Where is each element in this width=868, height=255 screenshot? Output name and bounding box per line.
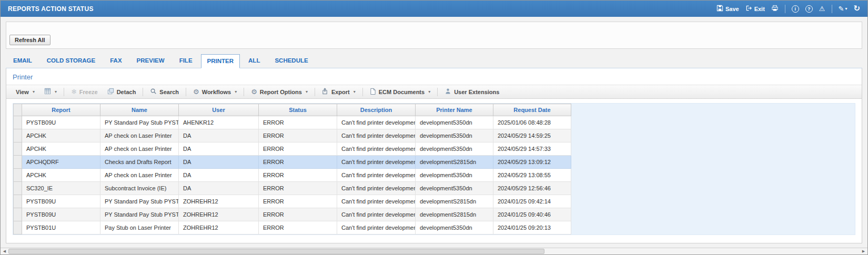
search-button[interactable]: Search [146,86,183,97]
report-options-menu-button[interactable]: ⚙ Report Options ▾ [247,87,312,97]
export-label: Export [331,89,350,95]
table-row[interactable]: PYSTB09U PY Standard Pay Stub PYSTB09 ZO… [14,195,571,208]
cell-name: AP check on Laser Printer [100,169,179,182]
scrollbar-track[interactable] [8,248,860,254]
titlebar-separator [785,5,785,13]
cell-user: ZOHREHR12 [179,208,259,221]
tab-schedule[interactable]: SCHEDULE [268,54,314,68]
info-button[interactable]: i [792,5,799,13]
cell-report: PYSTB01U [22,221,100,234]
cell-printer-name: developmentS2815dn [416,195,493,208]
table-row[interactable]: APCHK AP check on Laser Printer DA ERROR… [14,129,571,142]
user-extensions-button[interactable]: User Extensions [440,86,503,97]
save-icon [716,5,723,13]
print-button[interactable] [771,4,779,14]
cell-name: PY Standard Pay Stub PYSTB09 [100,195,179,208]
cell-user: DA [179,182,259,195]
save-button[interactable]: Save [716,5,739,13]
tab-printer[interactable]: PRINTER [201,54,240,68]
table-row[interactable]: PYSTB09U PY Standard Pay Stub PYSTB09 AH… [14,116,571,129]
row-selector[interactable] [14,156,22,169]
titlebar-actions: Save Exit i ? ⚠ [716,4,860,14]
warnings-button[interactable]: ⚠ [819,5,825,12]
cell-request-date: 2024/01/25 09:42:14 [493,195,571,208]
row-selector[interactable] [14,208,22,221]
export-icon [322,88,329,96]
column-header-request-date[interactable]: Request Date [493,104,571,116]
table-row[interactable]: APCHK AP check on Laser Printer DA ERROR… [14,169,571,182]
cell-status: ERROR [259,182,337,195]
print-icon [771,4,779,14]
refresh-layout-button[interactable]: ↻ [853,5,860,13]
user-icon [445,88,451,96]
column-header-description[interactable]: Description [337,104,416,116]
cell-request-date: 2024/05/29 13:09:12 [493,156,571,169]
cell-description: Can't find printer development53 [337,182,416,195]
cell-description: Can't find printer development53 [337,142,416,156]
table-header-row: Report Name User Status Description Prin… [14,104,571,116]
row-selector[interactable] [14,169,22,182]
table-row[interactable]: PYSTB09U PY Standard Pay Stub PYSTB09 ZO… [14,208,571,221]
cell-printer-name: development5350dn [416,182,493,195]
column-header-report[interactable]: Report [22,104,100,116]
tab-all[interactable]: ALL [242,54,266,68]
cell-report: PYSTB09U [22,116,100,129]
edit-menu-button[interactable]: ✎ ▾ [839,5,847,12]
row-selector[interactable] [14,116,22,129]
row-selector[interactable] [14,195,22,208]
scroll-left-arrow-icon[interactable]: ◀ [1,248,8,254]
section-title: Printer [6,68,862,85]
cell-printer-name: development5350dn [416,221,493,234]
row-selector[interactable] [14,221,22,234]
table-row[interactable]: APCHK AP check on Laser Printer DA ERROR… [14,142,571,156]
table-row[interactable]: SC320_IE Subcontract Invoice (IE) DA ERR… [14,182,571,195]
column-header-printer-name[interactable]: Printer Name [416,104,493,116]
cell-status: ERROR [259,129,337,142]
chevron-down-icon: ▾ [428,89,430,94]
cell-request-date: 2024/05/29 14:57:33 [493,142,571,156]
cell-user: ZOHREHR12 [179,221,259,234]
table-row[interactable]: APCHQDRF Checks and Drafts Report DA ERR… [14,156,571,169]
table-row[interactable]: PYSTB01U Pay Stub on Laser Printer ZOHRE… [14,221,571,234]
tab-file[interactable]: FILE [173,54,199,68]
tab-fax[interactable]: FAX [104,54,128,68]
scroll-right-arrow-icon[interactable]: ▶ [860,248,867,254]
help-button[interactable]: ? [805,5,813,13]
refresh-all-button[interactable]: Refresh All [9,35,51,45]
select-columns-button[interactable]: ▾ [40,86,61,97]
row-selector[interactable] [14,129,22,142]
export-menu-button[interactable]: Export ▾ [318,86,360,97]
column-header-user[interactable]: User [179,104,259,116]
exit-icon [745,5,752,13]
row-selector[interactable] [14,142,22,156]
cell-report: APCHK [22,142,100,156]
column-header-name[interactable]: Name [100,104,179,116]
tab-email[interactable]: EMAIL [7,54,38,68]
view-menu-label: View [16,89,29,95]
workflows-menu-button[interactable]: ⚙ Workflows ▾ [189,87,241,97]
column-header-status[interactable]: Status [259,104,337,116]
cell-description: Can't find printer development53 [337,221,416,234]
chevron-down-icon: ▾ [845,6,847,11]
page-title: REPORTS ACTION STATUS [8,5,94,13]
exit-button[interactable]: Exit [745,5,765,13]
detach-label: Detach [117,89,136,95]
row-selector[interactable] [14,182,22,195]
chevron-down-icon: ▾ [33,89,35,94]
cell-report: APCHK [22,129,100,142]
detach-button[interactable]: Detach [103,86,140,97]
ecm-documents-menu-button[interactable]: ECM Documents ▾ [366,86,435,97]
cell-request-date: 2024/01/25 09:20:13 [493,221,571,234]
edit-icon: ✎ [839,5,844,12]
ecm-documents-label: ECM Documents [379,89,425,95]
report-options-icon: ⚙ [251,88,257,95]
exit-label: Exit [754,6,765,12]
tab-cold-storage[interactable]: COLD STORAGE [41,54,102,68]
scrollbar-thumb[interactable] [8,249,544,254]
view-menu-button[interactable]: View ▾ [12,87,39,97]
cell-name: Checks and Drafts Report [100,156,179,169]
table-body: PYSTB09U PY Standard Pay Stub PYSTB09 AH… [14,116,571,234]
cell-request-date: 2025/01/06 08:48:28 [493,116,571,129]
tab-preview[interactable]: PREVIEW [130,54,171,68]
cell-description: Can't find printer developmentS2 [337,195,416,208]
